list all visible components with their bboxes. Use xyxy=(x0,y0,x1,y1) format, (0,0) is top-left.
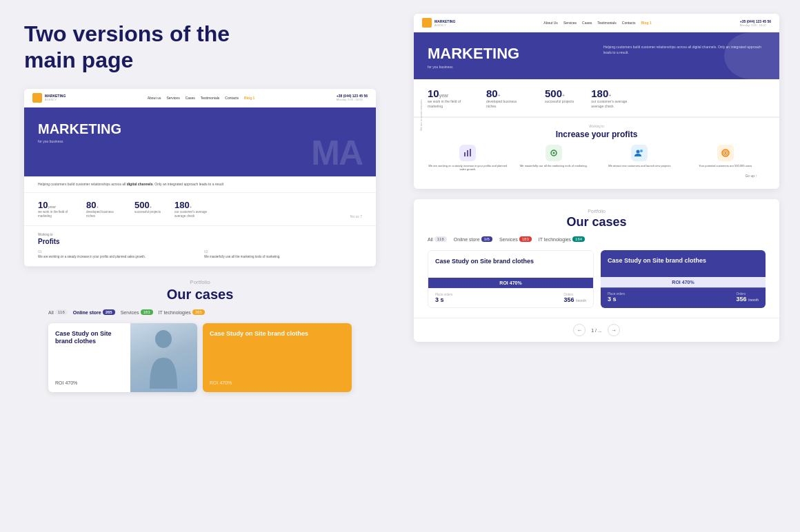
right-nav-logo: MARKETING AGENCY xyxy=(422,18,455,28)
hero-subtitle: for you business xyxy=(38,139,362,143)
right-hero-title: MARKETING xyxy=(428,45,590,63)
profit-text-1: We are working on a steady increase in y… xyxy=(428,164,508,171)
right-stat-1: 10year we work in the field of marketing xyxy=(428,88,469,108)
right-nav-links: About Us Services Cases Testimonials Con… xyxy=(543,21,651,25)
main-heading: Two versions of the main page xyxy=(24,21,245,74)
heading-section: Two versions of the main page xyxy=(24,21,376,74)
col-num-1: 01 xyxy=(38,249,196,254)
next-btn[interactable]: → xyxy=(608,324,620,336)
right-stat-num-2: 80+ xyxy=(486,88,528,99)
nav-contacts[interactable]: Contacts xyxy=(225,96,239,100)
right-mockup: MARKETING AGENCY About Us Services Cases… xyxy=(414,14,779,189)
stat-label-2: developed business niches xyxy=(86,210,121,218)
right-filter-it[interactable]: IT technologies 164 xyxy=(539,236,585,242)
right-case-title-1: Case Study on Site brand clothes xyxy=(435,258,586,265)
right-hero-decorative xyxy=(724,32,779,79)
filter-services[interactable]: Services 183 xyxy=(121,309,153,315)
right-profits-label: Working to xyxy=(428,125,766,128)
nav-services[interactable]: Services xyxy=(166,96,179,100)
stat-num-2: 80+ xyxy=(86,200,121,210)
svg-point-0 xyxy=(155,330,172,348)
logo-icon xyxy=(32,93,42,103)
tools-icon xyxy=(546,145,562,161)
right-filter-online[interactable]: Online store 3/6 xyxy=(454,236,492,242)
cases-grid-left: Case Study on Site brand clothes ROI 470… xyxy=(48,323,352,392)
filter-all[interactable]: All 116 xyxy=(48,309,68,315)
place-orders-value-2: 3 s xyxy=(608,296,625,303)
chart-icon xyxy=(459,145,476,161)
portfolio-title-left: Our cases xyxy=(48,287,352,303)
mockup-description: Helping customers build customer relatio… xyxy=(24,176,376,194)
stat-label-4: our customer's average average check xyxy=(174,210,209,218)
logo-text: MARKETING AGENCY xyxy=(45,94,66,101)
right-panel: MARKETING AGENCY About Us Services Cases… xyxy=(400,0,800,532)
page-indicator: 1 / ... xyxy=(591,328,602,333)
left-portfolio: Portfolio Our cases All 116 Online store… xyxy=(24,267,376,399)
filter-online-store[interactable]: Online store 265 xyxy=(73,309,115,315)
right-icons-row: We are working on a steady increase in y… xyxy=(428,145,766,171)
col-num-2: 02 xyxy=(204,249,362,254)
right-portfolio-header: Portfolio Our cases All 116 Online store… xyxy=(414,199,779,242)
right-nav-services[interactable]: Services xyxy=(563,21,577,25)
mockup-hero: MARKETING for you business MA xyxy=(24,108,376,176)
right-roi-1: ROI 470% xyxy=(428,278,593,288)
col-text-1: We are working on a steady increase in y… xyxy=(38,255,196,259)
stat-4: 180+ our customer's average average chec… xyxy=(174,200,209,218)
profit-col-1: 01 We are working on a steady increase i… xyxy=(38,249,196,259)
portfolio-label-left: Portfolio xyxy=(48,279,352,285)
right-stat-label-3: successful projects xyxy=(545,99,574,104)
nav-about[interactable]: About us xyxy=(148,96,161,100)
filter-it[interactable]: IT technologies 365 xyxy=(159,309,205,315)
profit-icon-1: We are working on a steady increase in y… xyxy=(428,145,508,171)
right-portfolio-title: Our cases xyxy=(428,215,766,229)
right-case-footer-2: Place orders 3 s Orders 356 /month xyxy=(601,287,766,307)
left-mockup: MARKETING AGENCY About us Services Cases… xyxy=(24,89,376,267)
right-nav-testimonials[interactable]: Testimonials xyxy=(597,21,617,25)
right-logo-text: MARKETING AGENCY xyxy=(434,19,455,27)
go-up[interactable]: Go up ↑ xyxy=(428,171,766,181)
right-stat-label-2: developed business niches xyxy=(486,99,528,108)
right-nav-about[interactable]: About Us xyxy=(543,21,558,25)
profit-icon-4: Your potential customers are 500,000 use… xyxy=(686,145,766,171)
orders-value-1: 356 /month xyxy=(563,296,586,303)
svg-rect-3 xyxy=(470,149,471,156)
col-text-2: We masterfully use all the marketing too… xyxy=(204,255,362,259)
orders-stat-2: Orders 356 /month xyxy=(736,292,759,303)
case-card-1: Case Study on Site brand clothes ROI 470… xyxy=(48,323,197,392)
users-icon xyxy=(631,145,648,161)
mockup-profits: Working to Profits 01 We are working on … xyxy=(24,226,376,267)
profits-title: Profits xyxy=(38,238,362,245)
right-profits-title: Increase your profits xyxy=(428,130,766,139)
svg-point-5 xyxy=(552,152,554,154)
nav-cases[interactable]: Cases xyxy=(186,96,195,100)
profit-text-2: We masterfully use all the marketing too… xyxy=(520,164,588,167)
case-roi-2: ROI 470% xyxy=(210,380,345,385)
profit-text-3: We attract new customers and launch new … xyxy=(608,164,670,167)
right-nav-cases[interactable]: Cases xyxy=(582,21,592,25)
right-nav-phone-block: +35 (044) 123 45 56 Monday: 9:00 - 18:00 xyxy=(740,19,771,27)
mockup-nav: MARKETING AGENCY About us Services Cases… xyxy=(24,89,376,108)
svg-point-7 xyxy=(640,150,643,152)
target-icon xyxy=(717,145,734,161)
right-cases-row: Case Study on Site brand clothes ROI 470… xyxy=(414,250,779,318)
nav-cta[interactable]: Blog 1 xyxy=(244,96,254,100)
right-nav-contacts[interactable]: Contacts xyxy=(622,21,636,25)
orders-value-2: 356 /month xyxy=(736,296,759,303)
right-logo-icon xyxy=(422,18,432,28)
profit-col-2: 02 We masterfully use all the marketing … xyxy=(204,249,362,259)
stat-3: 500+ successful projects xyxy=(134,200,161,218)
stat-label-1: we work in the field of marketing xyxy=(38,210,72,218)
right-nav-cta[interactable]: Blog 1 xyxy=(641,21,652,25)
right-stat-label-4: our customer's average average check xyxy=(591,99,632,108)
right-case-footer-1: Place orders 3 s Orders 356 /month xyxy=(428,288,593,307)
right-stat-label-1: we work in the field of marketing xyxy=(428,99,469,108)
right-filter-services[interactable]: Services 183 xyxy=(499,236,532,242)
nav-testimonials[interactable]: Testimonials xyxy=(201,96,220,100)
right-case-body-2: Case Study on Site brand clothes xyxy=(601,250,766,272)
right-case-card-2: Case Study on Site brand clothes ROI 470… xyxy=(601,250,766,308)
right-stat-4: 180+ our customer's average average chec… xyxy=(591,88,632,108)
right-filter-all[interactable]: All 116 xyxy=(428,236,447,242)
right-nav-phone: +35 (044) 123 45 56 xyxy=(740,19,771,23)
prev-btn[interactable]: ← xyxy=(573,324,586,336)
right-case-card-1: Case Study on Site brand clothes ROI 470… xyxy=(428,250,594,308)
